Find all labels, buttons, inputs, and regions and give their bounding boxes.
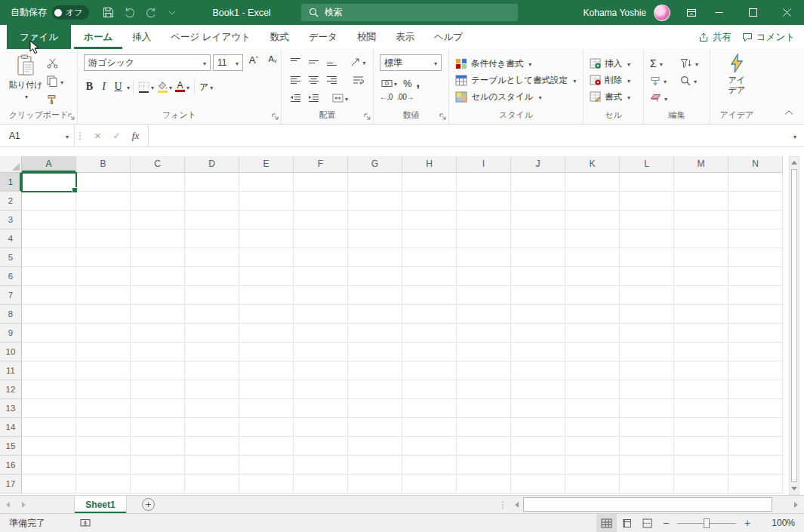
- row-header-16[interactable]: 16: [0, 456, 22, 475]
- cell-H5[interactable]: [402, 248, 457, 267]
- cell-N3[interactable]: [729, 211, 783, 229]
- cell-M4[interactable]: [674, 229, 729, 248]
- column-header-G[interactable]: G: [348, 156, 402, 173]
- column-header-A[interactable]: A: [22, 156, 76, 173]
- cell-I3[interactable]: [457, 211, 511, 229]
- orientation-button[interactable]: [350, 55, 366, 69]
- cell-G9[interactable]: [348, 324, 402, 343]
- cell-C3[interactable]: [131, 211, 185, 229]
- vertical-scrollbar-thumb[interactable]: [791, 169, 797, 482]
- cell-C13[interactable]: [131, 399, 185, 418]
- cell-A6[interactable]: [22, 267, 76, 286]
- cell-A14[interactable]: [22, 418, 76, 437]
- row-header-13[interactable]: 13: [0, 399, 22, 418]
- cell-B16[interactable]: [76, 456, 131, 475]
- cell-I12[interactable]: [457, 380, 511, 399]
- cell-C10[interactable]: [131, 343, 185, 361]
- cell-N5[interactable]: [729, 248, 783, 267]
- cell-K16[interactable]: [565, 456, 620, 475]
- column-header-M[interactable]: M: [674, 156, 729, 173]
- cell-N15[interactable]: [729, 437, 783, 456]
- decrease-indent-button[interactable]: [288, 91, 303, 105]
- cell-G11[interactable]: [348, 361, 402, 380]
- cell-J14[interactable]: [511, 418, 565, 437]
- align-middle-button[interactable]: [306, 55, 322, 69]
- autosum-button[interactable]: Σ: [650, 56, 663, 71]
- cell-C16[interactable]: [131, 456, 185, 475]
- cell-H3[interactable]: [402, 211, 457, 229]
- row-header-11[interactable]: 11: [0, 361, 22, 380]
- redo-button[interactable]: [140, 0, 162, 25]
- avatar[interactable]: [654, 5, 670, 21]
- scroll-left-button[interactable]: [510, 496, 523, 513]
- cell-F8[interactable]: [294, 305, 348, 324]
- cell-I1[interactable]: [457, 173, 511, 192]
- cell-K9[interactable]: [565, 324, 620, 343]
- cell-A4[interactable]: [22, 229, 76, 248]
- phonetic-guide-button[interactable]: ア: [198, 78, 214, 95]
- enter-button[interactable]: [107, 125, 126, 146]
- cell-M11[interactable]: [674, 361, 729, 380]
- cell-C11[interactable]: [131, 361, 185, 380]
- cell-K4[interactable]: [565, 229, 620, 248]
- cell-L1[interactable]: [620, 173, 674, 192]
- borders-button[interactable]: [137, 78, 156, 95]
- cell-B12[interactable]: [76, 380, 131, 399]
- cell-H14[interactable]: [402, 418, 457, 437]
- cell-A7[interactable]: [22, 286, 76, 305]
- cell-G5[interactable]: [348, 248, 402, 267]
- ribbon-display-options-button[interactable]: [681, 0, 702, 25]
- cell-M8[interactable]: [674, 305, 729, 324]
- column-header-F[interactable]: F: [294, 156, 348, 173]
- decrease-decimal-button[interactable]: .00→: [397, 93, 414, 101]
- cell-E4[interactable]: [239, 229, 294, 248]
- cell-M15[interactable]: [674, 437, 729, 456]
- autosave-toggle[interactable]: オフ: [52, 5, 89, 20]
- maximize-button[interactable]: [736, 0, 770, 25]
- cell-K5[interactable]: [565, 248, 620, 267]
- cell-G13[interactable]: [348, 399, 402, 418]
- cell-N13[interactable]: [729, 399, 783, 418]
- cell-G1[interactable]: [348, 173, 402, 192]
- row-header-7[interactable]: 7: [0, 286, 22, 305]
- italic-button[interactable]: I: [97, 78, 111, 95]
- cell-N16[interactable]: [729, 456, 783, 475]
- scroll-right-button[interactable]: [789, 496, 802, 513]
- previous-sheet-button[interactable]: [0, 496, 16, 513]
- scroll-down-button[interactable]: [790, 483, 799, 494]
- tab-scroll-splitter[interactable]: [498, 500, 507, 510]
- cell-L6[interactable]: [620, 267, 674, 286]
- cell-A9[interactable]: [22, 324, 76, 343]
- cell-J5[interactable]: [511, 248, 565, 267]
- cell-D16[interactable]: [185, 456, 239, 475]
- cell-K10[interactable]: [565, 343, 620, 361]
- cell-H15[interactable]: [402, 437, 457, 456]
- cell-G15[interactable]: [348, 437, 402, 456]
- align-center-button[interactable]: [306, 73, 322, 87]
- cell-G14[interactable]: [348, 418, 402, 437]
- cell-M13[interactable]: [674, 399, 729, 418]
- row-header-5[interactable]: 5: [0, 248, 22, 267]
- cell-E2[interactable]: [239, 192, 294, 211]
- cell-B15[interactable]: [76, 437, 131, 456]
- cell-J16[interactable]: [511, 456, 565, 475]
- cell-L9[interactable]: [620, 324, 674, 343]
- cell-G4[interactable]: [348, 229, 402, 248]
- paste-button[interactable]: 貼り付け: [8, 54, 44, 110]
- row-header-8[interactable]: 8: [0, 305, 22, 324]
- cell-L8[interactable]: [620, 305, 674, 324]
- cell-M9[interactable]: [674, 324, 729, 343]
- cell-H6[interactable]: [402, 267, 457, 286]
- column-header-C[interactable]: C: [131, 156, 185, 173]
- cell-E9[interactable]: [239, 324, 294, 343]
- cell-L5[interactable]: [620, 248, 674, 267]
- cell-L4[interactable]: [620, 229, 674, 248]
- cell-F13[interactable]: [294, 399, 348, 418]
- cell-J15[interactable]: [511, 437, 565, 456]
- cell-M5[interactable]: [674, 248, 729, 267]
- cell-B2[interactable]: [76, 192, 131, 211]
- cell-I16[interactable]: [457, 456, 511, 475]
- cell-M7[interactable]: [674, 286, 729, 305]
- increase-decimal-button[interactable]: ←.0: [380, 93, 393, 101]
- cell-E3[interactable]: [239, 211, 294, 229]
